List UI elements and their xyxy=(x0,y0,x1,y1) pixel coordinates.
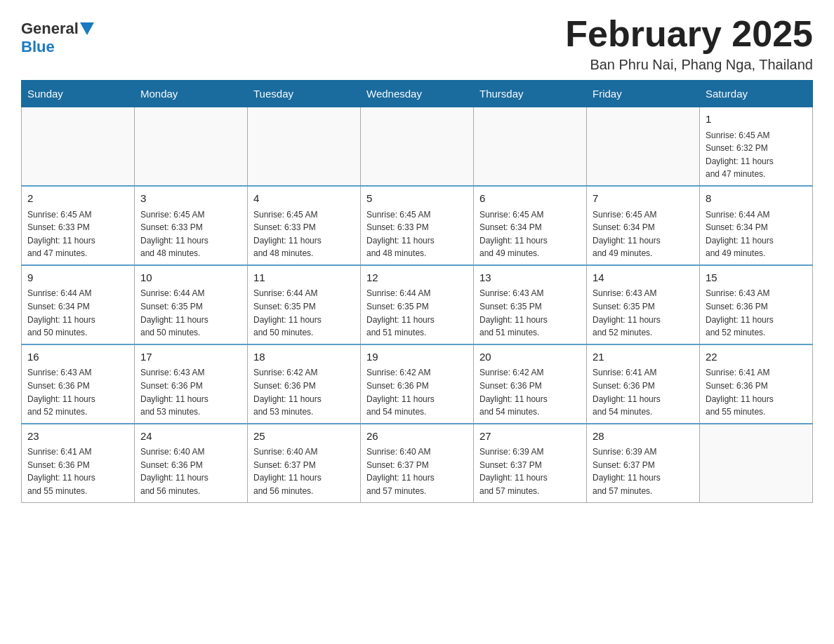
calendar-day: 9Sunrise: 6:44 AMSunset: 6:34 PMDaylight… xyxy=(22,265,135,344)
page-header: General Blue February 2025 Ban Phru Nai,… xyxy=(21,14,813,73)
calendar-week-3: 9Sunrise: 6:44 AMSunset: 6:34 PMDaylight… xyxy=(22,265,813,344)
calendar-day: 1Sunrise: 6:45 AMSunset: 6:32 PMDaylight… xyxy=(700,107,813,186)
day-info: Sunrise: 6:45 AMSunset: 6:33 PMDaylight:… xyxy=(253,208,355,260)
day-number: 9 xyxy=(27,270,128,286)
calendar-day: 21Sunrise: 6:41 AMSunset: 6:36 PMDayligh… xyxy=(587,344,700,424)
day-number: 24 xyxy=(140,429,241,445)
calendar-day: 22Sunrise: 6:41 AMSunset: 6:36 PMDayligh… xyxy=(700,344,813,424)
day-number: 13 xyxy=(479,270,581,286)
day-info: Sunrise: 6:40 AMSunset: 6:36 PMDaylight:… xyxy=(140,445,241,497)
calendar-day: 4Sunrise: 6:45 AMSunset: 6:33 PMDaylight… xyxy=(248,186,361,265)
weekday-header-wednesday: Wednesday xyxy=(361,81,474,107)
calendar-day: 3Sunrise: 6:45 AMSunset: 6:33 PMDaylight… xyxy=(135,186,248,265)
day-info: Sunrise: 6:44 AMSunset: 6:34 PMDaylight:… xyxy=(27,287,128,339)
calendar-week-5: 23Sunrise: 6:41 AMSunset: 6:36 PMDayligh… xyxy=(22,424,813,502)
calendar-day: 24Sunrise: 6:40 AMSunset: 6:36 PMDayligh… xyxy=(135,424,248,502)
weekday-header-saturday: Saturday xyxy=(700,81,813,107)
day-number: 6 xyxy=(479,191,581,207)
calendar-day: 18Sunrise: 6:42 AMSunset: 6:36 PMDayligh… xyxy=(248,344,361,424)
calendar-day: 12Sunrise: 6:44 AMSunset: 6:35 PMDayligh… xyxy=(361,265,474,344)
calendar-day xyxy=(587,107,700,186)
page-subtitle: Ban Phru Nai, Phang Nga, Thailand xyxy=(565,57,813,73)
day-info: Sunrise: 6:44 AMSunset: 6:35 PMDaylight:… xyxy=(140,287,241,339)
logo-triangle-icon xyxy=(80,22,94,35)
calendar-day: 8Sunrise: 6:44 AMSunset: 6:34 PMDaylight… xyxy=(700,186,813,265)
day-number: 12 xyxy=(366,270,468,286)
day-number: 16 xyxy=(27,349,128,365)
day-number: 4 xyxy=(253,191,355,207)
day-info: Sunrise: 6:44 AMSunset: 6:35 PMDaylight:… xyxy=(366,287,468,339)
calendar-table: SundayMondayTuesdayWednesdayThursdayFrid… xyxy=(21,80,813,502)
calendar-day: 7Sunrise: 6:45 AMSunset: 6:34 PMDaylight… xyxy=(587,186,700,265)
calendar-day xyxy=(22,107,135,186)
day-info: Sunrise: 6:43 AMSunset: 6:36 PMDaylight:… xyxy=(140,366,241,418)
day-info: Sunrise: 6:45 AMSunset: 6:33 PMDaylight:… xyxy=(366,208,468,260)
weekday-header-tuesday: Tuesday xyxy=(248,81,361,107)
title-section: February 2025 Ban Phru Nai, Phang Nga, T… xyxy=(565,14,813,73)
day-number: 22 xyxy=(706,349,807,365)
day-info: Sunrise: 6:45 AMSunset: 6:34 PMDaylight:… xyxy=(593,208,694,260)
day-number: 21 xyxy=(593,349,694,365)
day-number: 8 xyxy=(706,191,807,207)
day-number: 7 xyxy=(593,191,694,207)
calendar-day: 23Sunrise: 6:41 AMSunset: 6:36 PMDayligh… xyxy=(22,424,135,502)
weekday-header-sunday: Sunday xyxy=(22,81,135,107)
day-number: 2 xyxy=(27,191,128,207)
day-number: 20 xyxy=(479,349,581,365)
day-number: 28 xyxy=(593,429,694,445)
calendar-day: 26Sunrise: 6:40 AMSunset: 6:37 PMDayligh… xyxy=(361,424,474,502)
day-info: Sunrise: 6:42 AMSunset: 6:36 PMDaylight:… xyxy=(479,366,581,418)
calendar-day: 25Sunrise: 6:40 AMSunset: 6:37 PMDayligh… xyxy=(248,424,361,502)
calendar-day: 20Sunrise: 6:42 AMSunset: 6:36 PMDayligh… xyxy=(474,344,587,424)
day-info: Sunrise: 6:45 AMSunset: 6:32 PMDaylight:… xyxy=(706,129,807,181)
logo-general-text: General xyxy=(21,20,79,38)
calendar-header-row: SundayMondayTuesdayWednesdayThursdayFrid… xyxy=(22,81,813,107)
calendar-day xyxy=(135,107,248,186)
logo-blue-text: Blue xyxy=(21,38,55,55)
weekday-header-friday: Friday xyxy=(587,81,700,107)
day-info: Sunrise: 6:42 AMSunset: 6:36 PMDaylight:… xyxy=(366,366,468,418)
day-number: 5 xyxy=(366,191,468,207)
day-info: Sunrise: 6:42 AMSunset: 6:36 PMDaylight:… xyxy=(253,366,355,418)
day-number: 27 xyxy=(479,429,581,445)
calendar-day: 16Sunrise: 6:43 AMSunset: 6:36 PMDayligh… xyxy=(22,344,135,424)
day-number: 3 xyxy=(140,191,241,207)
day-info: Sunrise: 6:41 AMSunset: 6:36 PMDaylight:… xyxy=(706,366,807,418)
day-number: 1 xyxy=(706,112,807,128)
page-title: February 2025 xyxy=(565,14,813,54)
day-number: 15 xyxy=(706,270,807,286)
calendar-day xyxy=(248,107,361,186)
calendar-day: 15Sunrise: 6:43 AMSunset: 6:36 PMDayligh… xyxy=(700,265,813,344)
day-info: Sunrise: 6:39 AMSunset: 6:37 PMDaylight:… xyxy=(479,445,581,497)
weekday-header-monday: Monday xyxy=(135,81,248,107)
day-info: Sunrise: 6:41 AMSunset: 6:36 PMDaylight:… xyxy=(593,366,694,418)
day-number: 18 xyxy=(253,349,355,365)
calendar-day: 6Sunrise: 6:45 AMSunset: 6:34 PMDaylight… xyxy=(474,186,587,265)
calendar-day: 10Sunrise: 6:44 AMSunset: 6:35 PMDayligh… xyxy=(135,265,248,344)
day-info: Sunrise: 6:39 AMSunset: 6:37 PMDaylight:… xyxy=(593,445,694,497)
calendar-day xyxy=(361,107,474,186)
day-number: 25 xyxy=(253,429,355,445)
day-number: 14 xyxy=(593,270,694,286)
day-info: Sunrise: 6:40 AMSunset: 6:37 PMDaylight:… xyxy=(366,445,468,497)
calendar-day: 13Sunrise: 6:43 AMSunset: 6:35 PMDayligh… xyxy=(474,265,587,344)
day-number: 10 xyxy=(140,270,241,286)
calendar-day: 19Sunrise: 6:42 AMSunset: 6:36 PMDayligh… xyxy=(361,344,474,424)
day-info: Sunrise: 6:43 AMSunset: 6:36 PMDaylight:… xyxy=(706,287,807,339)
day-number: 19 xyxy=(366,349,468,365)
day-number: 23 xyxy=(27,429,128,445)
day-info: Sunrise: 6:45 AMSunset: 6:33 PMDaylight:… xyxy=(27,208,128,260)
calendar-day: 14Sunrise: 6:43 AMSunset: 6:35 PMDayligh… xyxy=(587,265,700,344)
day-info: Sunrise: 6:45 AMSunset: 6:34 PMDaylight:… xyxy=(479,208,581,260)
day-info: Sunrise: 6:40 AMSunset: 6:37 PMDaylight:… xyxy=(253,445,355,497)
calendar-week-4: 16Sunrise: 6:43 AMSunset: 6:36 PMDayligh… xyxy=(22,344,813,424)
day-info: Sunrise: 6:45 AMSunset: 6:33 PMDaylight:… xyxy=(140,208,241,260)
day-number: 26 xyxy=(366,429,468,445)
calendar-day xyxy=(700,424,813,502)
calendar-week-1: 1Sunrise: 6:45 AMSunset: 6:32 PMDaylight… xyxy=(22,107,813,186)
calendar-day: 5Sunrise: 6:45 AMSunset: 6:33 PMDaylight… xyxy=(361,186,474,265)
calendar-day: 27Sunrise: 6:39 AMSunset: 6:37 PMDayligh… xyxy=(474,424,587,502)
day-info: Sunrise: 6:43 AMSunset: 6:35 PMDaylight:… xyxy=(479,287,581,339)
day-info: Sunrise: 6:44 AMSunset: 6:34 PMDaylight:… xyxy=(706,208,807,260)
calendar-day: 28Sunrise: 6:39 AMSunset: 6:37 PMDayligh… xyxy=(587,424,700,502)
